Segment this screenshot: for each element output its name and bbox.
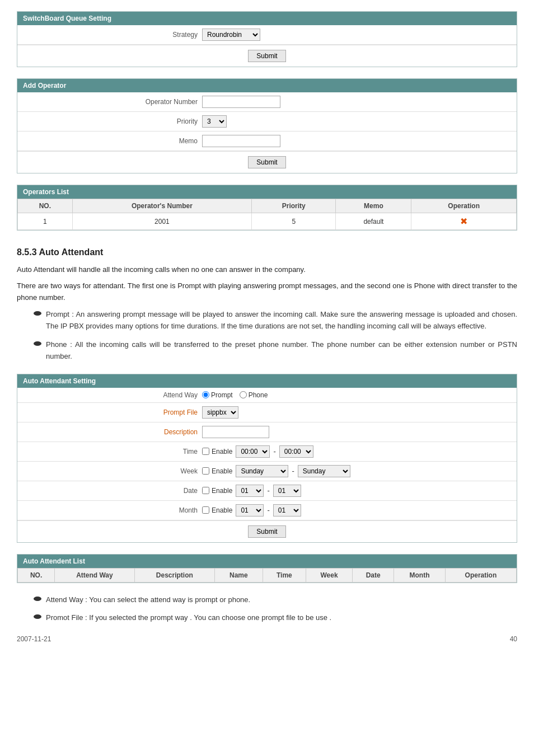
time-label: Time bbox=[23, 448, 202, 456]
col-name: Name bbox=[214, 568, 263, 582]
memo-row: Memo bbox=[17, 132, 517, 151]
time-from-select[interactable]: 00:0001:0002:0003:00 04:0005:0006:0007:0… bbox=[236, 445, 270, 458]
auto-attendent-list-body: NO. Attend Way Description Name Time Wee… bbox=[17, 568, 517, 583]
add-operator-header: Add Operator bbox=[17, 79, 517, 92]
add-operator-panel: Add Operator Operator Number Priority 12… bbox=[17, 78, 517, 173]
priority-controls: 1234 5678 910 bbox=[202, 115, 511, 128]
switchboard-panel-header: SwitchBoard Queue Setting bbox=[17, 12, 517, 25]
radio-prompt-text: Prompt bbox=[211, 391, 233, 399]
month-from-select[interactable]: 0102030405 0607080910 1112 bbox=[236, 504, 264, 516]
bullet-item-2: Phone : All the incoming calls will be t… bbox=[34, 339, 517, 363]
prompt-file-select[interactable]: sippbx bbox=[202, 406, 238, 419]
date-enable-group: Enable bbox=[202, 487, 232, 495]
time-controls: Enable 00:0001:0002:0003:00 04:0005:0006… bbox=[202, 445, 511, 458]
col-memo: Memo bbox=[336, 199, 411, 213]
bullets-list: Prompt : An answering prompt message wil… bbox=[34, 309, 517, 362]
switchboard-title: SwitchBoard Queue Setting bbox=[23, 15, 111, 22]
month-label: Month bbox=[23, 506, 202, 514]
add-operator-body: Operator Number Priority 1234 5678 910 M… bbox=[17, 92, 517, 173]
col-operation: Operation bbox=[411, 199, 517, 213]
footer-date: 2007-11-21 bbox=[17, 635, 51, 643]
time-enable-checkbox[interactable] bbox=[202, 448, 209, 455]
bottom-bullet-dot-1 bbox=[34, 597, 41, 601]
operators-list-body: NO. Operator's Number Priority Memo Oper… bbox=[17, 199, 517, 230]
radio-prompt-label[interactable]: Prompt bbox=[202, 391, 233, 399]
bottom-bullet-text-1: Attend Way : You can select the attend w… bbox=[46, 594, 250, 606]
memo-controls bbox=[202, 135, 511, 147]
week-row: Week Enable SundayMondayTuesday Wednesda… bbox=[17, 462, 517, 481]
strategy-label: Strategy bbox=[23, 31, 202, 39]
operator-number-controls bbox=[202, 96, 511, 108]
week-separator: - bbox=[292, 467, 294, 475]
time-row: Time Enable 00:0001:0002:0003:00 04:0005… bbox=[17, 442, 517, 462]
week-enable-label: Enable bbox=[212, 467, 232, 475]
date-to-select[interactable]: 0102030405 0607080910 1112131415 1617181… bbox=[273, 485, 301, 497]
row-number: 2001 bbox=[72, 213, 252, 230]
week-to-select[interactable]: SundayMondayTuesday WednesdayThursdayFri… bbox=[298, 465, 350, 477]
operators-list-title: Operators List bbox=[23, 188, 69, 196]
footer-page: 40 bbox=[510, 635, 517, 643]
bottom-bullet-1: Attend Way : You can select the attend w… bbox=[34, 594, 517, 606]
week-enable-checkbox[interactable] bbox=[202, 467, 209, 475]
memo-input[interactable] bbox=[202, 135, 280, 147]
month-separator: - bbox=[267, 506, 269, 514]
radio-phone-label[interactable]: Phone bbox=[240, 391, 268, 399]
col-attend-way: Attend Way bbox=[55, 568, 135, 582]
auto-attendent-list-panel: Auto Attendent List NO. Attend Way Descr… bbox=[17, 554, 517, 583]
attend-way-radio-group: Prompt Phone bbox=[202, 391, 268, 399]
prompt-file-label: Prompt File bbox=[23, 408, 202, 416]
description-input[interactable] bbox=[202, 426, 269, 438]
switchboard-panel: SwitchBoard Queue Setting Strategy Round… bbox=[17, 11, 517, 67]
week-from-select[interactable]: SundayMondayTuesday WednesdayThursdayFri… bbox=[236, 465, 288, 477]
bottom-bullets-list: Attend Way : You can select the attend w… bbox=[34, 594, 517, 624]
auto-attendent-list-header: Auto Attendent List bbox=[17, 555, 517, 568]
operator-number-label: Operator Number bbox=[23, 98, 202, 106]
date-enable-checkbox[interactable] bbox=[202, 487, 209, 494]
radio-phone[interactable] bbox=[240, 391, 247, 398]
bottom-bullet-text-2: Promot File : If you selected the prompt… bbox=[46, 612, 331, 624]
date-separator: - bbox=[267, 486, 269, 495]
switchboard-submit-button[interactable]: Submit bbox=[248, 50, 285, 62]
operators-table-header-row: NO. Operator's Number Priority Memo Oper… bbox=[18, 199, 517, 213]
priority-select[interactable]: 1234 5678 910 bbox=[202, 115, 227, 128]
table-row: 1 2001 5 default ✖ bbox=[18, 213, 517, 230]
operators-table: NO. Operator's Number Priority Memo Oper… bbox=[17, 199, 517, 230]
description-row: Description bbox=[17, 422, 517, 442]
page-footer: 2007-11-21 40 bbox=[17, 635, 517, 643]
delete-icon[interactable]: ✖ bbox=[460, 217, 467, 226]
auto-attendant-section: 8.5.3 Auto Attendant Auto Attendant will… bbox=[17, 247, 517, 363]
week-controls: Enable SundayMondayTuesday WednesdayThur… bbox=[202, 465, 511, 477]
bullet-item-1: Prompt : An answering prompt message wil… bbox=[34, 309, 517, 332]
time-to-select[interactable]: 00:0001:0002:0003:00 04:0005:0006:0007:0… bbox=[279, 445, 313, 458]
auto-attendant-setting-body: Attend Way Prompt Phone Prompt File bbox=[17, 388, 517, 542]
time-enable-group: Enable bbox=[202, 448, 232, 456]
operator-number-input[interactable] bbox=[202, 96, 280, 108]
description-controls bbox=[202, 426, 511, 438]
add-operator-submit-button[interactable]: Submit bbox=[248, 156, 285, 168]
strategy-controls: Roundrobin LeastCall RoundRobin2 bbox=[202, 29, 511, 41]
desc-para1: Auto Attendant will handle all the incom… bbox=[17, 264, 517, 276]
col-no2: NO. bbox=[18, 568, 55, 582]
month-to-select[interactable]: 0102030405 0607080910 1112 bbox=[273, 504, 301, 516]
week-enable-group: Enable bbox=[202, 467, 232, 475]
col-number: Operator's Number bbox=[72, 199, 252, 213]
col-date: Date bbox=[353, 568, 394, 582]
date-row: Date Enable 0102030405 0607080910 111213… bbox=[17, 481, 517, 501]
col-no: NO. bbox=[18, 199, 73, 213]
month-enable-checkbox[interactable] bbox=[202, 506, 209, 514]
memo-label: Memo bbox=[23, 137, 202, 145]
attend-way-row: Attend Way Prompt Phone bbox=[17, 388, 517, 403]
month-controls: Enable 0102030405 0607080910 1112 - 0102… bbox=[202, 504, 511, 516]
bullet-text-1: Prompt : An answering prompt message wil… bbox=[46, 309, 517, 332]
prompt-file-controls: sippbx bbox=[202, 406, 511, 419]
bullet-text-2: Phone : All the incoming calls will be t… bbox=[46, 339, 517, 363]
strategy-select[interactable]: Roundrobin LeastCall RoundRobin2 bbox=[202, 29, 260, 41]
auto-attendant-submit-button[interactable]: Submit bbox=[248, 525, 285, 538]
month-enable-group: Enable bbox=[202, 506, 232, 514]
attend-way-controls: Prompt Phone bbox=[202, 391, 511, 399]
date-from-select[interactable]: 0102030405 0607080910 1112131415 1617181… bbox=[236, 485, 264, 497]
radio-prompt[interactable] bbox=[202, 391, 209, 398]
time-separator: - bbox=[273, 447, 275, 456]
section-heading: 8.5.3 Auto Attendant bbox=[17, 247, 517, 257]
priority-label: Priority bbox=[23, 118, 202, 125]
